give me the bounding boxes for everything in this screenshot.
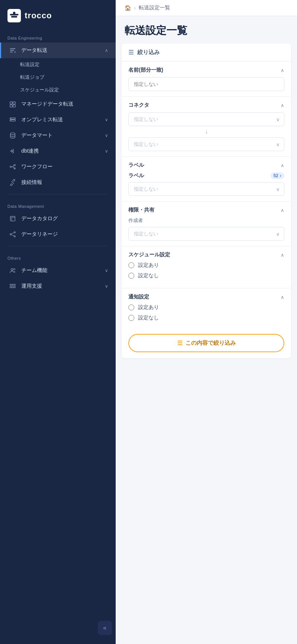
- schedule-yes-radio[interactable]: [128, 262, 134, 268]
- sidebar-collapse-button[interactable]: «: [98, 621, 112, 635]
- sidebar-sub-schedule-config[interactable]: スケジュール設定: [0, 84, 116, 96]
- logo-area: trocco: [0, 0, 116, 30]
- filter-apply-icon: ☰: [177, 340, 182, 347]
- managed-transfer-icon: [9, 100, 17, 108]
- filter-icon: ☰: [128, 49, 134, 56]
- chevron-down-icon-team: ∨: [105, 268, 108, 273]
- chevron-up-icon-schedule: ∧: [281, 252, 284, 258]
- section-others-label: Others: [0, 250, 116, 263]
- data-mart-icon: [9, 131, 17, 140]
- data-lineage-icon: [9, 230, 17, 238]
- filter-section-notification: 通知設定 ∧ 設定あり 設定なし: [122, 288, 291, 330]
- apply-filter-button[interactable]: ☰ この内容で絞り込み: [128, 334, 284, 352]
- schedule-no-radio[interactable]: [128, 273, 134, 279]
- notification-no-label: 設定なし: [138, 315, 159, 321]
- connector-to-select[interactable]: 指定しない: [128, 137, 284, 151]
- connector-from-select[interactable]: 指定しない: [128, 112, 284, 126]
- breadcrumb-home-icon[interactable]: 🏠: [125, 5, 131, 11]
- svg-line-22: [11, 233, 14, 234]
- chevron-up-icon-label: ∧: [281, 163, 284, 168]
- section-data-management-label: Data Management: [0, 198, 116, 211]
- on-premise-icon: [9, 116, 17, 124]
- sidebar-item-ops-support-label: 運用支援: [21, 283, 105, 290]
- svg-rect-4: [13, 102, 15, 104]
- svg-point-24: [11, 269, 13, 271]
- sidebar-item-team-label: チーム機能: [21, 267, 105, 274]
- svg-rect-28: [12, 284, 13, 286]
- schedule-yes-label: 設定あり: [138, 262, 159, 269]
- sidebar-item-data-lineage[interactable]: データリネージ: [0, 226, 116, 242]
- filter-header-label: 絞り込み: [137, 49, 160, 56]
- notification-yes-label: 設定あり: [138, 304, 159, 311]
- notification-yes-item: 設定あり: [128, 304, 284, 311]
- svg-point-21: [14, 236, 16, 237]
- svg-point-11: [10, 133, 15, 135]
- filter-section-notification-header[interactable]: 通知設定 ∧: [128, 294, 284, 300]
- sidebar-item-ops-support[interactable]: 運用支援 ∨: [0, 278, 116, 294]
- author-select-wrapper: 指定しない ∨: [128, 227, 284, 241]
- sidebar-sub-transfer-job[interactable]: 転送ジョブ: [0, 71, 116, 84]
- filter-section-schedule-header[interactable]: スケジュール設定 ∧: [128, 251, 284, 258]
- label-select[interactable]: 指定しない: [128, 182, 284, 196]
- svg-point-25: [14, 269, 15, 270]
- filter-section-schedule: スケジュール設定 ∧ 設定あり 設定なし: [122, 246, 291, 288]
- notification-no-radio[interactable]: [128, 315, 134, 321]
- data-transfer-icon: [9, 46, 17, 54]
- chevron-up-icon-permissions: ∧: [281, 207, 284, 213]
- dbt-icon: [9, 147, 17, 155]
- filter-section-label-title: ラベル: [128, 162, 144, 169]
- sidebar-item-data-lineage-label: データリネージ: [21, 231, 108, 238]
- label-sub-label: ラベル: [128, 172, 144, 179]
- svg-rect-27: [10, 287, 12, 288]
- page-title: 転送設定一覧: [125, 24, 288, 38]
- chevron-up-icon-name: ∧: [281, 68, 284, 73]
- logo-text: trocco: [25, 11, 52, 21]
- sidebar-item-managed-data-transfer[interactable]: マネージドデータ転送: [0, 96, 116, 112]
- filter-header: ☰ 絞り込み: [122, 44, 291, 62]
- main-content: 🏠 › 転送設定一覧 転送設定一覧 ☰ 絞り込み 名前(部分一致) ∧ コネクタ…: [116, 0, 297, 644]
- svg-rect-16: [10, 216, 15, 221]
- schedule-no-item: 設定なし: [128, 272, 284, 279]
- label-count-badge: 52 ›: [271, 172, 284, 179]
- section-data-engineering-label: Data Engineering: [0, 30, 116, 43]
- svg-point-9: [11, 118, 12, 119]
- sidebar-item-connection[interactable]: 接続情報: [0, 175, 116, 190]
- team-icon: [9, 266, 17, 275]
- connector-to-wrapper: 指定しない ∨: [128, 137, 284, 151]
- svg-rect-1: [11, 16, 17, 18]
- svg-rect-30: [14, 284, 16, 286]
- filter-section-label-header[interactable]: ラベル ∧: [128, 162, 284, 169]
- apply-filter-label: この内容で絞り込み: [185, 340, 236, 347]
- sidebar-item-data-catalog[interactable]: データカタログ: [0, 211, 116, 226]
- svg-point-10: [11, 120, 12, 121]
- svg-point-19: [10, 234, 12, 235]
- svg-point-2: [13, 12, 16, 14]
- connection-icon: [9, 178, 17, 187]
- filter-section-connector-header[interactable]: コネクタ ∧: [128, 102, 284, 109]
- divider-1: [7, 194, 108, 194]
- svg-rect-3: [10, 102, 12, 104]
- sidebar-item-data-mart[interactable]: データマート ∨: [0, 128, 116, 143]
- filter-section-name-header[interactable]: 名前(部分一致) ∧: [128, 67, 284, 74]
- chevron-down-icon-dbt: ∨: [105, 149, 108, 154]
- chevron-up-icon-notification: ∧: [281, 294, 284, 300]
- name-input[interactable]: [128, 77, 284, 91]
- chevron-up-icon: ∧: [105, 48, 108, 53]
- apply-btn-area: ☰ この内容で絞り込み: [122, 330, 291, 352]
- sidebar-item-data-transfer[interactable]: データ転送 ∧: [0, 43, 116, 58]
- filter-section-notification-title: 通知設定: [128, 294, 149, 300]
- sidebar-item-team[interactable]: チーム機能 ∨: [0, 263, 116, 278]
- schedule-no-label: 設定なし: [138, 272, 159, 279]
- sidebar-item-workflow[interactable]: ワークフロー: [0, 159, 116, 175]
- data-catalog-icon: [9, 215, 17, 223]
- sidebar-item-on-premise[interactable]: オンプレミス転送 ∨: [0, 112, 116, 128]
- breadcrumb-current: 転送設定一覧: [139, 4, 170, 11]
- connector-arrow-down: ↓: [128, 126, 284, 137]
- divider-2: [7, 246, 108, 246]
- sidebar-sub-transfer-config[interactable]: 転送設定: [0, 58, 116, 71]
- sidebar-item-on-premise-label: オンプレミス転送: [21, 116, 105, 123]
- filter-section-permissions-header[interactable]: 権限・共有 ∧: [128, 207, 284, 213]
- sidebar-item-dbt[interactable]: dbt連携 ∨: [0, 143, 116, 159]
- author-select[interactable]: 指定しない: [128, 227, 284, 241]
- notification-yes-radio[interactable]: [128, 304, 134, 310]
